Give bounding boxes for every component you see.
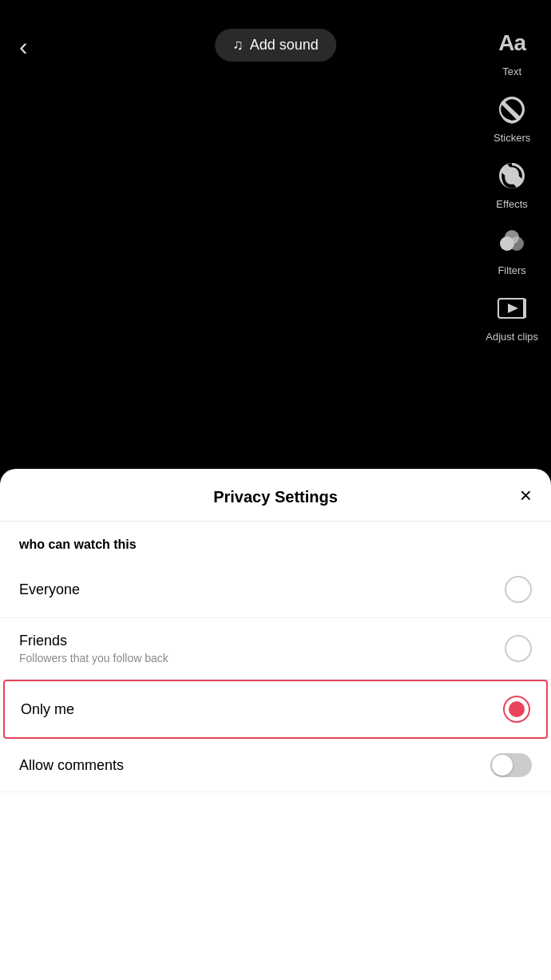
stickers-label: Stickers	[494, 132, 530, 144]
radio-everyone[interactable]	[505, 576, 532, 603]
add-sound-label: Add sound	[250, 37, 319, 54]
right-toolbar: Aa Text Stickers Effects	[486, 24, 538, 343]
toolbar-item-text[interactable]: Aa Text	[493, 24, 531, 77]
close-button[interactable]: ×	[520, 485, 532, 506]
allow-comments-toggle[interactable]	[490, 753, 532, 777]
section-label: who can watch this	[0, 522, 551, 561]
toolbar-item-adjust[interactable]: Adjust clips	[486, 289, 538, 343]
filters-icon	[493, 223, 531, 261]
stickers-icon	[493, 90, 531, 129]
add-sound-button[interactable]: ♫ Add sound	[215, 29, 336, 61]
option-label-only-me: Only me	[21, 701, 74, 718]
option-row-everyone[interactable]: Everyone	[0, 561, 551, 618]
bottom-sheet: Privacy Settings × who can watch this Ev…	[0, 469, 551, 980]
toolbar-item-filters[interactable]: Filters	[493, 223, 531, 276]
text-icon: Aa	[493, 24, 531, 62]
radio-only-me[interactable]	[503, 696, 530, 723]
radio-friends[interactable]	[505, 635, 532, 662]
sheet-header: Privacy Settings ×	[0, 469, 551, 522]
option-sublabel-friends: Followers that you follow back	[19, 652, 168, 665]
svg-point-2	[505, 230, 519, 244]
option-row-allow-comments[interactable]: Allow comments	[0, 739, 551, 792]
music-icon: ♫	[232, 37, 244, 54]
effects-label: Effects	[496, 198, 528, 210]
toggle-knob	[492, 755, 513, 776]
toolbar-item-effects[interactable]: Effects	[493, 157, 531, 210]
text-label: Text	[502, 65, 521, 77]
effects-icon	[493, 157, 531, 195]
toolbar-item-stickers[interactable]: Stickers	[493, 90, 531, 144]
option-row-friends[interactable]: Friends Followers that you follow back	[0, 618, 551, 680]
adjust-icon	[493, 289, 531, 327]
back-button[interactable]: ‹	[19, 32, 28, 61]
adjust-label: Adjust clips	[486, 331, 538, 343]
option-label-everyone: Everyone	[19, 581, 80, 598]
option-row-only-me[interactable]: Only me	[3, 680, 548, 739]
svg-rect-5	[523, 299, 526, 318]
sheet-title: Privacy Settings	[213, 488, 338, 506]
radio-inner-only-me	[509, 701, 525, 717]
video-area: ‹ ♫ Add sound Aa Text Stickers	[0, 0, 551, 479]
option-label-friends: Friends	[19, 633, 168, 649]
filters-label: Filters	[497, 264, 525, 276]
option-label-allow-comments: Allow comments	[19, 757, 124, 774]
svg-marker-4	[508, 304, 518, 313]
